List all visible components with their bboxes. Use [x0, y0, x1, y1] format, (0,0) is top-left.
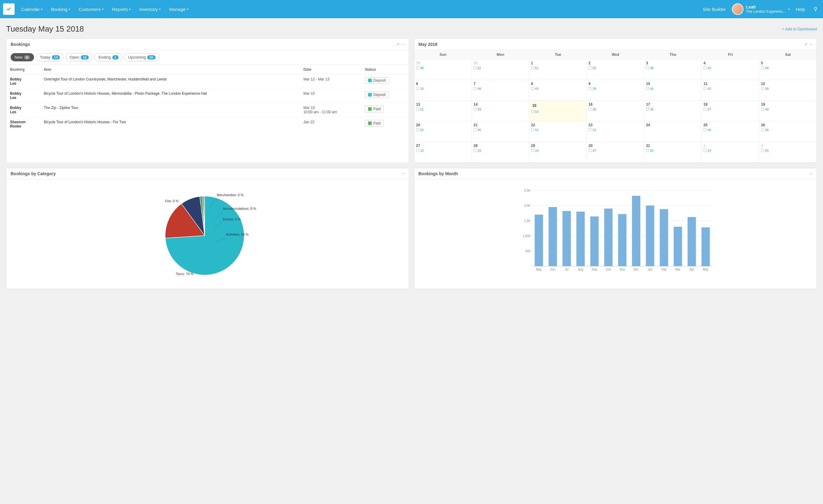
cal-cell[interactable]: 2322 — [587, 122, 644, 142]
cal-cell[interactable]: 124 — [701, 142, 759, 163]
cal-cell[interactable]: 1635 — [587, 101, 644, 122]
nav-reports[interactable]: Reports ▾ — [108, 0, 135, 18]
nav-booking[interactable]: Booking ▾ — [47, 0, 74, 18]
dashboard-grid: Bookings ↗ − New 6 Today 13 Open 16 — [6, 38, 817, 289]
cal-cell[interactable]: 1361 — [414, 101, 472, 122]
tab-open[interactable]: Open 16 — [65, 53, 93, 61]
cal-cell[interactable]: 2948 — [414, 59, 472, 80]
cal-cell[interactable]: 1736 — [644, 101, 701, 122]
booking-customer: Bobby Lee — [7, 75, 40, 89]
bar[interactable] — [660, 209, 668, 266]
bar[interactable] — [646, 205, 654, 266]
bar[interactable] — [701, 227, 710, 266]
cal-cell[interactable]: 2545 — [701, 122, 759, 142]
cal-cell[interactable]: 3062 — [472, 59, 529, 80]
cal-cell[interactable]: 939 — [587, 80, 644, 101]
cal-count: 22 — [589, 128, 642, 132]
cal-cell[interactable]: 2252 — [529, 122, 587, 142]
cal-cell[interactable]: 442 — [701, 59, 759, 80]
svg-rect-40 — [761, 87, 764, 90]
x-label: May — [703, 268, 708, 271]
nav-manage[interactable]: Manage ▾ — [165, 0, 192, 18]
help-link[interactable]: Help — [793, 7, 808, 12]
bar[interactable] — [674, 227, 682, 266]
svg-rect-94 — [646, 149, 649, 152]
bar[interactable] — [618, 214, 626, 266]
cal-cell[interactable]: 1554 — [529, 101, 587, 122]
bar[interactable] — [548, 207, 557, 266]
tab-today[interactable]: Today 13 — [36, 53, 64, 61]
svg-rect-67 — [474, 128, 476, 131]
cal-cell[interactable]: 1459 — [472, 101, 529, 122]
x-label: Apr — [689, 268, 694, 271]
cal-count: 15 — [416, 149, 470, 152]
x-label: Aug — [578, 268, 584, 271]
tab-new[interactable]: New 6 — [11, 53, 34, 61]
cal-count: 36 — [646, 108, 699, 111]
table-row[interactable]: Bobby Lee The Zip - Zipline Tour Mar 101… — [7, 103, 408, 117]
cal-cell[interactable]: 2638 — [759, 122, 817, 142]
cal-cell[interactable]: 161 — [529, 59, 587, 80]
cal-cell[interactable]: 1042 — [644, 80, 701, 101]
table-row[interactable]: Shannon Rooke Bicycle Tour of London's H… — [7, 118, 408, 131]
nav-inventory[interactable]: Inventory ▾ — [135, 0, 165, 18]
user-menu[interactable]: Leah The London Experienc... ▾ — [732, 3, 790, 15]
svg-rect-19 — [761, 66, 764, 69]
cal-cell[interactable]: 1827 — [701, 101, 759, 122]
cal-cell[interactable]: 845 — [529, 80, 587, 101]
bar[interactable] — [591, 216, 599, 266]
site-builder-link[interactable]: Site Builder — [700, 7, 729, 12]
cal-count: 45 — [761, 149, 815, 152]
cal-cell[interactable]: 2715 — [414, 142, 472, 163]
bar[interactable] — [577, 212, 585, 266]
cal-cell[interactable]: 1948 — [759, 101, 817, 122]
bar[interactable] — [632, 196, 640, 266]
cal-count: 61 — [531, 66, 585, 70]
tab-upcoming[interactable]: Upcoming 90 — [124, 53, 159, 61]
svg-rect-13 — [646, 66, 649, 69]
calendar-expand-icon[interactable]: ↗ — [804, 42, 808, 47]
cal-count: 48 — [416, 66, 470, 70]
add-dashboard-button[interactable]: + Add to Dashboard — [782, 27, 817, 31]
cal-cell[interactable]: 2944 — [529, 142, 587, 163]
cal-cell[interactable]: 348 — [644, 59, 701, 80]
expand-icon[interactable]: ↗ — [396, 42, 400, 47]
bar[interactable] — [604, 209, 613, 266]
bar[interactable] — [687, 217, 696, 266]
table-row[interactable]: Bobby Lee Overnight Tour of London Count… — [7, 75, 408, 89]
cal-cell[interactable]: 24 — [644, 122, 701, 142]
cal-cell[interactable]: 255 — [587, 59, 644, 80]
svg-rect-46 — [474, 108, 476, 111]
svg-rect-76 — [704, 128, 706, 131]
cal-cell[interactable]: 2833 — [472, 142, 529, 163]
user-name: Leah — [746, 5, 786, 9]
svg-rect-43 — [417, 108, 419, 111]
bar[interactable] — [562, 211, 570, 266]
cal-cell[interactable]: 746 — [472, 80, 529, 101]
search-icon[interactable]: ⚲ — [811, 6, 820, 12]
logo[interactable] — [3, 3, 15, 15]
cal-cell[interactable]: 245 — [759, 142, 817, 163]
svg-rect-49 — [531, 110, 534, 113]
booking-item: Overnight Tour of London Countryside, Ma… — [41, 75, 300, 89]
cal-cell[interactable]: 1142 — [701, 80, 759, 101]
tab-today-label: Today — [40, 55, 50, 59]
cal-cell[interactable]: 3142 — [644, 142, 701, 163]
cal-cell[interactable]: 618 — [414, 80, 472, 101]
nav-customers[interactable]: Customers ▾ — [74, 0, 108, 18]
nav-calendar[interactable]: Calendar ▾ — [17, 0, 47, 18]
minimize-icon[interactable]: − — [402, 42, 404, 47]
bar[interactable] — [535, 215, 543, 266]
tab-ending[interactable]: Ending 5 — [95, 53, 122, 61]
bar-minimize-icon[interactable]: − — [810, 171, 812, 176]
cal-cell[interactable]: 549 — [759, 59, 817, 80]
cal-cell[interactable]: 1239 — [759, 80, 817, 101]
cal-cell[interactable]: 2052 — [414, 122, 472, 142]
cal-cell[interactable]: 3047 — [587, 142, 644, 163]
calendar-minimize-icon[interactable]: − — [810, 42, 812, 47]
page-header: Tuesday May 15 2018 + Add to Dashboard — [6, 24, 817, 34]
pie-minimize-icon[interactable]: − — [402, 171, 404, 176]
cal-count: 38 — [761, 128, 815, 132]
table-row[interactable]: Bobby Lee Bicycle Tour of London's Histo… — [7, 89, 408, 103]
cal-cell[interactable]: 2145 — [472, 122, 529, 142]
